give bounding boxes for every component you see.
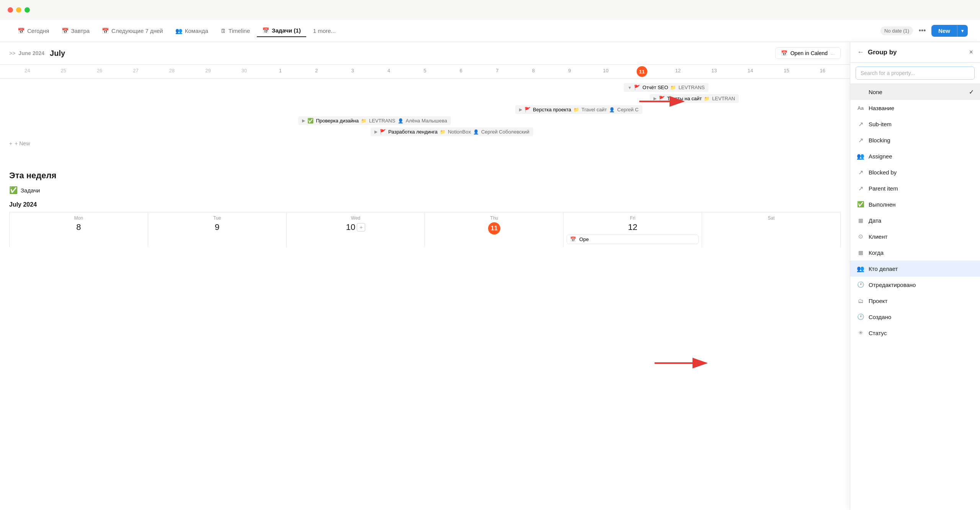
status-icon: ✳ bbox=[856, 329, 865, 337]
groupby-item-blocking[interactable]: ↗ Blocking bbox=[850, 132, 980, 148]
task-folder-icon-4: 📁 bbox=[361, 118, 367, 124]
task-folder-5: NotionBox bbox=[448, 129, 471, 135]
groupby-label-status: Статус bbox=[869, 330, 974, 336]
groupby-item-subitem[interactable]: ↗ Sub-item bbox=[850, 116, 980, 132]
month-2024-label: July 2024 bbox=[9, 201, 841, 208]
task-folder-icon-3: 📁 bbox=[573, 107, 579, 112]
date-15[interactable]: 15 bbox=[768, 65, 804, 78]
tab-next7[interactable]: 📅 Следующие 7 дней bbox=[96, 25, 168, 37]
task-row-3[interactable]: ▶ 🚩 Верстка проекта 📁 Travel сайт 👤 Серг… bbox=[9, 104, 841, 115]
open-in-cal-2-button[interactable]: 📅 Ope bbox=[567, 235, 699, 244]
date-1[interactable]: 1 bbox=[262, 65, 298, 78]
groupby-item-assignee[interactable]: 👥 Assignee bbox=[850, 148, 980, 164]
groupby-item-name[interactable]: Aa Название bbox=[850, 100, 980, 116]
task-row-4[interactable]: ▶ ✅ Проверка дизайна 📁 LEVTRANS 👤 Алёна … bbox=[9, 115, 841, 126]
task-user-icon-5: 👤 bbox=[473, 129, 479, 135]
prev-chevron[interactable]: >> bbox=[9, 50, 15, 56]
collapse-arrow-2[interactable]: ▶ bbox=[653, 96, 657, 101]
date-5[interactable]: 5 bbox=[407, 65, 443, 78]
close-panel-icon[interactable]: × bbox=[969, 48, 973, 56]
date-3[interactable]: 3 bbox=[335, 65, 371, 78]
groupby-item-data[interactable]: ▦ Дата bbox=[850, 212, 980, 228]
close-button[interactable] bbox=[8, 7, 13, 13]
groupby-item-status[interactable]: ✳ Статус bbox=[850, 325, 980, 341]
date-25[interactable]: 25 bbox=[45, 65, 81, 78]
task-folder-3: Travel сайт bbox=[581, 107, 607, 112]
people-icon-kto: 👥 bbox=[856, 264, 865, 273]
groupby-item-blocked[interactable]: ↗ Blocked by bbox=[850, 164, 980, 180]
groupby-label-data: Дата bbox=[869, 217, 974, 224]
date-11-today[interactable]: 11 bbox=[624, 65, 660, 78]
maximize-button[interactable] bbox=[24, 7, 30, 13]
groupby-label-kogda: Когда bbox=[869, 249, 974, 256]
date-7[interactable]: 7 bbox=[479, 65, 515, 78]
groupby-header: ← Group by × bbox=[850, 42, 980, 63]
open-in-cal-2-label: Ope bbox=[579, 236, 589, 242]
groupby-search-input[interactable] bbox=[856, 67, 975, 80]
tab-zadachi[interactable]: 📅 Задачи (1) bbox=[257, 25, 306, 37]
tab-today-label: Сегодня bbox=[27, 28, 49, 34]
date-10[interactable]: 10 bbox=[588, 65, 624, 78]
back-icon[interactable]: ← bbox=[857, 48, 864, 56]
date-8[interactable]: 8 bbox=[515, 65, 551, 78]
open-in-calendar-button[interactable]: 📅 Open in Calend … bbox=[775, 47, 841, 59]
groupby-item-kto[interactable]: 👥 Кто делает bbox=[850, 261, 980, 277]
week-day-wed: Wed bbox=[290, 215, 422, 221]
date-27[interactable]: 27 bbox=[118, 65, 154, 78]
groupby-item-none[interactable]: None ✓ bbox=[850, 84, 980, 100]
add-date-button[interactable]: + bbox=[357, 223, 365, 231]
new-main-button[interactable]: New bbox=[931, 25, 957, 37]
task-row-2[interactable]: ▶ 🚩 Тексты на сайт 📁 LEVTRAN bbox=[9, 93, 841, 104]
date-26[interactable]: 26 bbox=[82, 65, 118, 78]
week-date-12: 12 bbox=[567, 222, 699, 232]
collapse-arrow-5[interactable]: ▶ bbox=[374, 129, 377, 134]
collapse-arrow-3[interactable]: ▶ bbox=[519, 107, 522, 112]
minimize-button[interactable] bbox=[16, 7, 21, 13]
date-30[interactable]: 30 bbox=[226, 65, 262, 78]
task-row-1[interactable]: ▼ 🚩 Отчёт SEO 📁 LEVTRANS bbox=[9, 82, 841, 93]
date-12[interactable]: 12 bbox=[660, 65, 696, 78]
collapse-arrow-4[interactable]: ▶ bbox=[302, 118, 305, 123]
groupby-label-otred: Отредактировано bbox=[869, 282, 974, 288]
timeline-tasks: ▼ 🚩 Отчёт SEO 📁 LEVTRANS ▶ 🚩 Тексты на с… bbox=[0, 79, 850, 163]
nav-right: No date (1) ••• New ▾ bbox=[880, 25, 968, 37]
tab-team[interactable]: 👥 Команда bbox=[170, 25, 214, 37]
groupby-item-kogda[interactable]: ▦ Когда bbox=[850, 244, 980, 261]
tab-more[interactable]: 1 more... bbox=[308, 25, 341, 36]
groupby-search-container bbox=[850, 63, 980, 84]
date-4[interactable]: 4 bbox=[371, 65, 407, 78]
no-date-badge: No date (1) bbox=[880, 26, 913, 35]
task-row-5[interactable]: ▶ 🚩 Разработка лендинга 📁 NotionBox 👤 Се… bbox=[9, 126, 841, 137]
date-29[interactable]: 29 bbox=[190, 65, 226, 78]
groupby-item-sozdano[interactable]: 🕐 Создано bbox=[850, 309, 980, 325]
task-flag-5: 🚩 bbox=[380, 129, 386, 135]
date-14[interactable]: 14 bbox=[732, 65, 768, 78]
tab-tomorrow[interactable]: 📅 Завтра bbox=[56, 25, 95, 37]
date-6[interactable]: 6 bbox=[443, 65, 479, 78]
new-dropdown-button[interactable]: ▾ bbox=[957, 25, 968, 37]
task-flag-1: 🚩 bbox=[634, 85, 640, 90]
more-options-button[interactable]: ••• bbox=[916, 25, 928, 37]
groupby-item-proekt[interactable]: 🗂 Проект bbox=[850, 293, 980, 309]
date-2[interactable]: 2 bbox=[299, 65, 335, 78]
groupby-item-otred[interactable]: 🕐 Отредактировано bbox=[850, 277, 980, 293]
date-28[interactable]: 28 bbox=[154, 65, 190, 78]
tab-timeline[interactable]: 🗓 Timeline bbox=[215, 25, 255, 36]
groupby-label-kto: Кто делает bbox=[869, 266, 974, 272]
date-13[interactable]: 13 bbox=[696, 65, 732, 78]
week-col-thu: Thu 11 bbox=[425, 212, 564, 247]
task-check-4: ✅ bbox=[307, 118, 314, 124]
date-9[interactable]: 9 bbox=[552, 65, 588, 78]
groupby-item-vypolnen[interactable]: ✅ Выполнен bbox=[850, 196, 980, 212]
add-new-button[interactable]: + + New bbox=[9, 137, 841, 150]
groupby-item-klient[interactable]: ⊙ Клиент bbox=[850, 228, 980, 244]
tab-more-label: 1 more... bbox=[313, 28, 336, 34]
date-24[interactable]: 24 bbox=[9, 65, 45, 78]
week-day-thu: Thu bbox=[428, 215, 560, 221]
groupby-label-sozdano: Создано bbox=[869, 314, 974, 320]
groupby-item-parent[interactable]: ↗ Parent item bbox=[850, 180, 980, 196]
tab-today[interactable]: 📅 Сегодня bbox=[12, 25, 55, 37]
date-16[interactable]: 16 bbox=[805, 65, 841, 78]
this-week-section: Эта неделя ✅ Задачи bbox=[0, 163, 850, 196]
collapse-arrow-1[interactable]: ▼ bbox=[627, 85, 632, 90]
